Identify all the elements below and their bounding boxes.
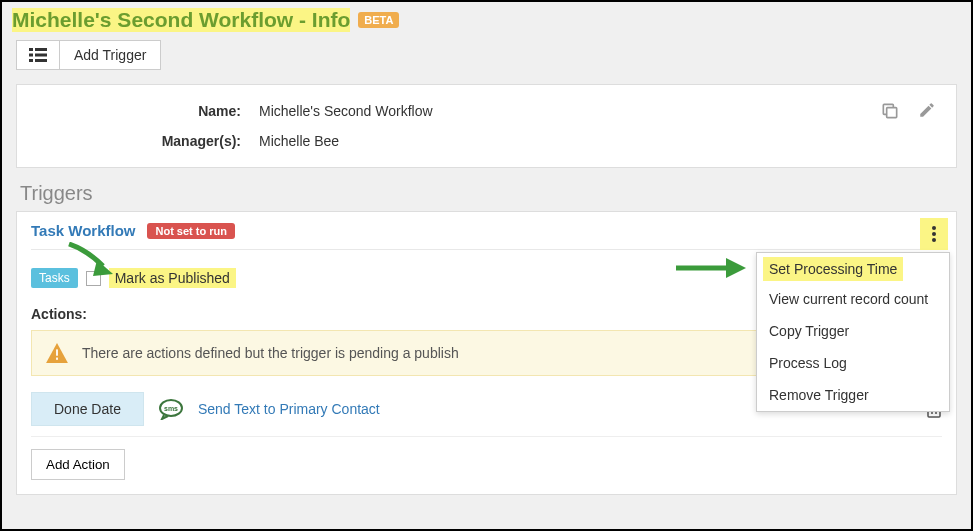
add-action-button[interactable]: Add Action xyxy=(31,449,125,480)
menu-view-record-count[interactable]: View current record count xyxy=(757,283,949,315)
beta-badge: BETA xyxy=(358,12,399,28)
svg-rect-13 xyxy=(56,349,58,355)
info-card: Name: Michelle's Second Workflow Manager… xyxy=(16,84,957,168)
svg-rect-4 xyxy=(29,59,33,62)
annotation-arrow-icon xyxy=(67,242,117,280)
svg-rect-5 xyxy=(35,59,47,62)
menu-set-processing-time[interactable]: Set Processing Time xyxy=(763,257,903,281)
managers-value: Michelle Bee xyxy=(259,133,339,149)
svg-rect-6 xyxy=(887,108,897,118)
duplicate-icon[interactable] xyxy=(880,101,900,121)
trigger-card: Task Workflow Not set to run Set Process… xyxy=(16,211,957,495)
svg-rect-1 xyxy=(35,48,47,51)
list-view-button[interactable] xyxy=(16,40,59,70)
page-title: Michelle's Second Workflow - Info xyxy=(12,8,350,32)
kebab-icon xyxy=(932,226,936,242)
menu-copy-trigger[interactable]: Copy Trigger xyxy=(757,315,949,347)
name-value: Michelle's Second Workflow xyxy=(259,103,433,119)
svg-rect-0 xyxy=(29,48,33,51)
trigger-menu-button[interactable] xyxy=(920,218,948,250)
sms-icon: sms xyxy=(158,398,184,420)
done-date-button[interactable]: Done Date xyxy=(31,392,144,426)
warning-icon xyxy=(46,343,68,363)
trigger-title[interactable]: Task Workflow xyxy=(31,222,135,239)
trigger-menu-dropdown: Set Processing Time View current record … xyxy=(756,252,950,412)
menu-remove-trigger[interactable]: Remove Trigger xyxy=(757,379,949,411)
add-trigger-button[interactable]: Add Trigger xyxy=(59,40,161,70)
name-label: Name: xyxy=(39,103,259,119)
sms-action-link[interactable]: Send Text to Primary Contact xyxy=(198,401,380,417)
mark-published-label: Mark as Published xyxy=(109,268,236,288)
svg-rect-14 xyxy=(56,358,58,360)
managers-label: Manager(s): xyxy=(39,133,259,149)
svg-point-9 xyxy=(932,238,936,242)
edit-icon[interactable] xyxy=(918,101,936,119)
status-badge: Not set to run xyxy=(147,223,235,239)
list-icon xyxy=(29,48,47,62)
svg-point-7 xyxy=(932,226,936,230)
svg-rect-3 xyxy=(35,54,47,57)
triggers-section-title: Triggers xyxy=(2,168,971,211)
menu-process-log[interactable]: Process Log xyxy=(757,347,949,379)
svg-rect-2 xyxy=(29,54,33,57)
warning-text: There are actions defined but the trigge… xyxy=(82,345,459,361)
svg-text:sms: sms xyxy=(164,405,178,412)
svg-point-8 xyxy=(932,232,936,236)
